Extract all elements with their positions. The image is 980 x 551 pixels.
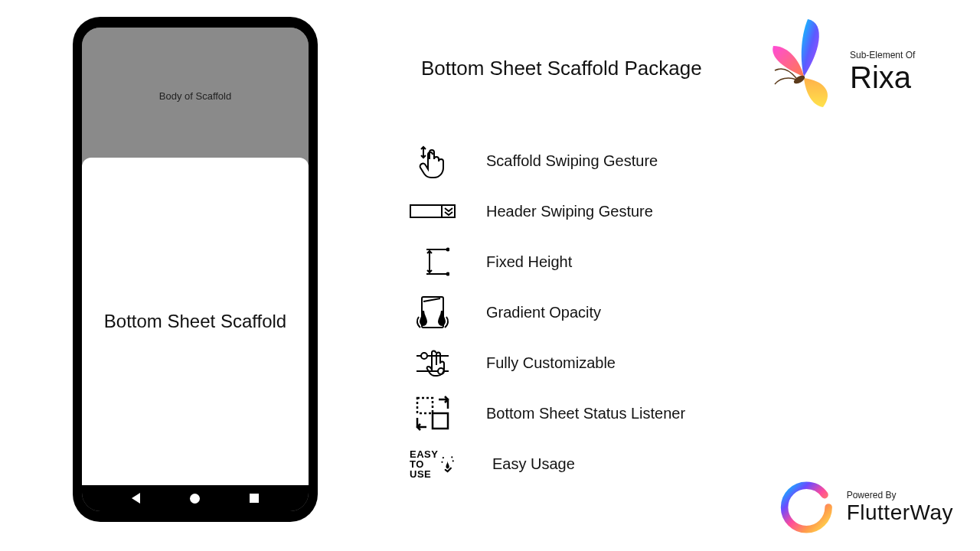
feature-label: Easy Usage (492, 455, 575, 473)
svg-point-5 (447, 273, 449, 276)
phone-screen: Body of Scaffold Bottom Sheet Scaffold (82, 28, 309, 511)
scaffold-body-label: Body of Scaffold (159, 90, 231, 102)
flutterway-ring-icon (777, 477, 836, 538)
flutterway-subtitle: Powered By (847, 490, 953, 500)
feature-label: Gradient Opacity (486, 304, 601, 321)
status-listener-icon (410, 394, 456, 432)
customizable-icon (410, 344, 456, 382)
gradient-opacity-icon (410, 293, 456, 331)
rixa-subtitle: Sub-Element Of (850, 50, 915, 60)
easy-use-icon: EASY TO USE (410, 445, 456, 483)
nav-back-icon[interactable] (132, 493, 140, 504)
svg-point-4 (447, 249, 449, 251)
feature-row: Bottom Sheet Status Listener (410, 390, 808, 436)
feature-row: Fully Customizable (410, 340, 808, 386)
bottom-sheet-label: Bottom Sheet Scaffold (104, 311, 286, 332)
flutterway-name: FlutterWay (847, 500, 953, 525)
svg-point-16 (452, 456, 453, 458)
header-swipe-icon (410, 192, 456, 230)
scaffold-body: Body of Scaffold (82, 28, 309, 158)
phone-mockup: Body of Scaffold Bottom Sheet Scaffold (73, 17, 318, 522)
feature-label: Header Swiping Gesture (486, 203, 653, 220)
svg-point-17 (452, 460, 454, 461)
feature-row: Gradient Opacity (410, 289, 808, 335)
feature-label: Fixed Height (486, 253, 572, 271)
fixed-height-icon (410, 243, 456, 281)
feature-row: Scaffold Swiping Gesture (410, 138, 808, 184)
nav-home-icon[interactable] (190, 494, 200, 504)
feature-label: Scaffold Swiping Gesture (486, 152, 658, 170)
svg-rect-13 (417, 398, 433, 413)
feature-row: Fixed Height (410, 239, 808, 285)
feature-label: Fully Customizable (486, 354, 616, 372)
nav-recent-icon[interactable] (250, 494, 259, 503)
rixa-name: Rixa (850, 60, 915, 95)
bottom-sheet: Bottom Sheet Scaffold (82, 158, 309, 485)
feature-row: Header Swiping Gesture (410, 188, 808, 234)
svg-point-10 (421, 353, 427, 359)
feature-label: Bottom Sheet Status Listener (486, 405, 685, 422)
flutterway-logo: Powered By FlutterWay (777, 471, 953, 543)
swipe-hand-icon (410, 142, 456, 180)
svg-rect-14 (433, 413, 448, 429)
feature-row: EASY TO USE Easy Usage (410, 441, 808, 487)
svg-point-20 (785, 485, 829, 530)
svg-point-15 (443, 457, 444, 458)
page-title: Bottom Sheet Scaffold Package (421, 57, 702, 80)
feature-list: Scaffold Swiping Gesture Header Swiping … (410, 138, 808, 491)
butterfly-icon (766, 15, 842, 130)
rixa-logo: Sub-Element Of Rixa (766, 9, 926, 135)
svg-line-8 (423, 298, 440, 302)
android-navbar (82, 485, 309, 511)
easy-badge-text: EASY TO USE (410, 449, 438, 479)
svg-point-18 (442, 461, 443, 463)
